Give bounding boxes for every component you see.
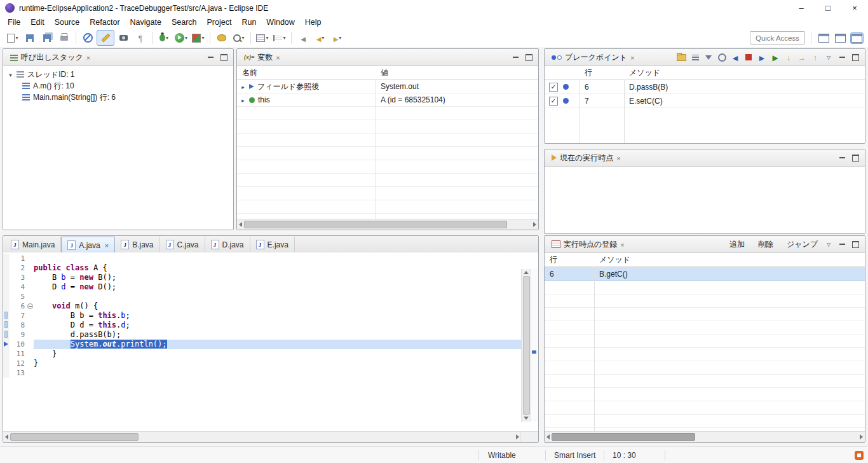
view-menu-button[interactable] xyxy=(824,52,833,63)
run-button[interactable] xyxy=(173,31,189,45)
step-over-button[interactable] xyxy=(797,52,806,63)
menu-help[interactable]: Help xyxy=(300,17,327,28)
close-icon[interactable] xyxy=(630,52,634,63)
menu-source[interactable]: Source xyxy=(50,17,85,28)
scroll-left-arrow-icon[interactable] xyxy=(5,434,8,439)
code-line[interactable]: 10 System.out.println(); xyxy=(3,340,521,349)
close-icon[interactable] xyxy=(86,52,90,63)
menu-navigate[interactable]: Navigate xyxy=(125,17,166,28)
maximize-view-button[interactable] xyxy=(851,52,860,63)
code-line[interactable]: 3 B b = new B(); xyxy=(3,273,521,282)
print-button[interactable] xyxy=(56,31,72,45)
current-line-marker[interactable] xyxy=(532,350,536,354)
code-line[interactable]: 1 xyxy=(3,254,521,263)
close-button[interactable]: × xyxy=(841,0,868,16)
java-perspective-button[interactable] xyxy=(834,32,847,44)
scroll-down-arrow-icon[interactable] xyxy=(524,417,529,420)
code-line[interactable]: 13 xyxy=(3,368,521,378)
minimize-view-button[interactable] xyxy=(837,238,846,250)
scroll-right-arrow-icon[interactable] xyxy=(533,222,536,227)
exec-registry-horizontal-scrollbar[interactable] xyxy=(545,431,865,442)
minimize-button[interactable]: – xyxy=(788,0,815,16)
close-icon[interactable] xyxy=(276,52,280,63)
maximize-view-button[interactable] xyxy=(219,52,228,63)
variables-horizontal-scrollbar[interactable] xyxy=(237,219,538,230)
open-type-button[interactable] xyxy=(214,31,230,45)
jump-button[interactable]: ジャンプ xyxy=(782,239,822,250)
menu-run[interactable]: Run xyxy=(236,17,261,28)
save-all-button[interactable] xyxy=(39,31,55,45)
editor-tab-a-java[interactable]: A.java xyxy=(61,237,115,253)
scroll-left-arrow-icon[interactable] xyxy=(239,222,242,227)
editor-vertical-scrollbar[interactable] xyxy=(521,269,531,422)
menu-window[interactable]: Window xyxy=(261,17,299,28)
view-menu-button[interactable] xyxy=(824,238,833,250)
expand-arrow-icon[interactable] xyxy=(240,95,246,104)
open-perspective-button[interactable] xyxy=(817,32,831,44)
editor-tab-c-java[interactable]: C.java xyxy=(160,237,205,252)
code-line[interactable]: 4 D d = new D(); xyxy=(3,282,521,292)
column-divider[interactable] xyxy=(580,80,580,143)
expand-arrow-icon[interactable] xyxy=(240,82,246,91)
search-button[interactable] xyxy=(231,31,247,45)
open-tree-view-button[interactable] xyxy=(271,31,288,45)
show-whitespace-button[interactable] xyxy=(132,31,149,45)
minimize-view-button[interactable] xyxy=(511,52,520,63)
link-with-editor-button[interactable] xyxy=(717,52,726,63)
breakpoint-row[interactable]: 7E.setC(C) xyxy=(545,94,865,108)
scroll-right-arrow-icon[interactable] xyxy=(516,434,519,439)
code-line[interactable]: 5 xyxy=(3,292,521,301)
menu-project[interactable]: Project xyxy=(202,17,237,28)
back-button[interactable] xyxy=(312,31,329,45)
menu-edit[interactable]: Edit xyxy=(25,17,50,28)
breakpoint-checkbox[interactable] xyxy=(549,83,558,92)
column-divider[interactable] xyxy=(376,80,376,219)
highlight-trace-button[interactable] xyxy=(97,30,114,46)
collapse-arrow-icon[interactable] xyxy=(8,70,13,79)
code-line[interactable]: 6 void m() { xyxy=(3,301,521,311)
scrollbar-thumb[interactable] xyxy=(244,221,507,228)
menu-file[interactable]: File xyxy=(3,17,25,28)
minimize-view-button[interactable] xyxy=(837,52,846,63)
resume-button[interactable] xyxy=(771,52,780,63)
scroll-right-arrow-icon[interactable] xyxy=(860,434,863,439)
code-line[interactable]: 8 D d = this.d; xyxy=(3,321,521,330)
minimize-view-button[interactable] xyxy=(837,152,846,163)
code-line[interactable]: 7 B b = this.b; xyxy=(3,311,521,321)
last-edit-location-button[interactable] xyxy=(295,31,311,45)
step-forward-button[interactable] xyxy=(757,52,766,63)
current-exec-view-tab[interactable]: 現在の実行時点 xyxy=(548,149,625,166)
exec-registry-view-tab[interactable]: 実行時点の登録 xyxy=(548,236,628,252)
save-button[interactable] xyxy=(22,31,38,45)
menu-search[interactable]: Search xyxy=(166,17,202,28)
breakpoint-row[interactable]: 6D.passB(B) xyxy=(545,80,865,94)
maximize-view-button[interactable] xyxy=(524,52,533,63)
variable-row[interactable]: フィールド参照後System.out xyxy=(237,80,538,93)
code-line[interactable]: 11 } xyxy=(3,349,521,359)
maximize-view-button[interactable] xyxy=(851,238,860,250)
stack-frame[interactable]: Main.main(String[]) 行: 6 xyxy=(3,92,233,103)
debug-perspective-button[interactable] xyxy=(850,32,864,44)
thread-row[interactable]: スレッドID: 1 xyxy=(3,69,233,80)
close-icon[interactable] xyxy=(105,241,109,250)
open-table-view-button[interactable] xyxy=(254,31,271,45)
quick-access-button[interactable]: Quick Access xyxy=(750,31,805,45)
step-return-button[interactable] xyxy=(811,52,820,63)
code-line[interactable]: 2public class A { xyxy=(3,263,521,273)
step-into-button[interactable] xyxy=(784,52,793,63)
editor-horizontal-scrollbar[interactable] xyxy=(3,431,521,442)
import-breakpoints-button[interactable] xyxy=(677,52,686,63)
filter-button[interactable] xyxy=(704,52,713,63)
maximize-view-button[interactable] xyxy=(851,152,860,163)
overview-ruler[interactable] xyxy=(530,269,538,422)
breakpoints-view-tab[interactable]: ブレークポイント xyxy=(548,49,638,66)
scroll-left-arrow-icon[interactable] xyxy=(546,434,550,439)
code-area[interactable]: 12public class A {3 B b = new B();4 D d … xyxy=(3,252,538,432)
skip-breakpoints-button[interactable] xyxy=(79,31,96,45)
stack-frame[interactable]: A.m() 行: 10 xyxy=(3,80,233,92)
notification-icon[interactable] xyxy=(855,451,864,460)
step-back-button[interactable] xyxy=(731,52,740,63)
debug-button[interactable] xyxy=(156,31,172,45)
collapse-all-button[interactable] xyxy=(691,52,700,63)
new-wizard-button[interactable] xyxy=(4,31,21,45)
